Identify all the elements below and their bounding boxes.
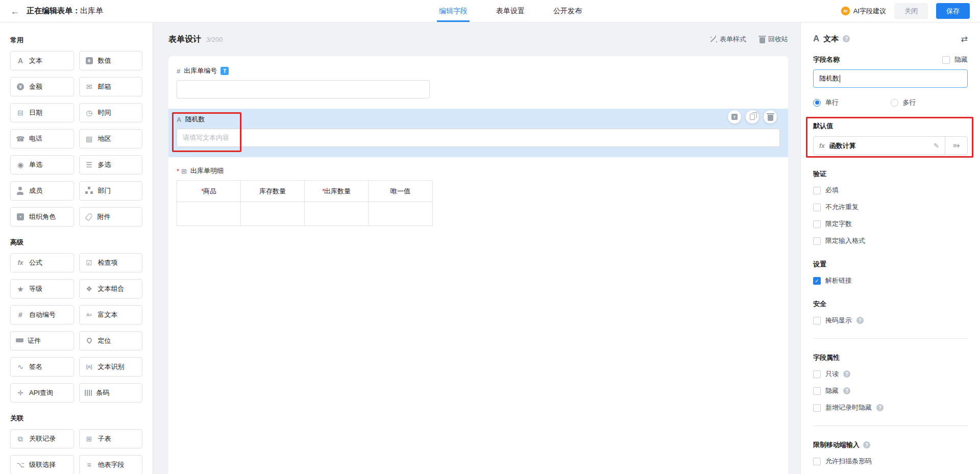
recycle-bin-button[interactable]: 回收站	[760, 35, 788, 44]
palette-field-button[interactable]: 部门	[79, 181, 143, 201]
form-field-subform[interactable]: * ⊞ 出库单明细 * 商品 * 库存数量 * 出库数量 * 唯一值	[177, 161, 780, 233]
field-type-icon	[85, 337, 92, 344]
radio-icon[interactable]	[813, 99, 821, 107]
palette-field-button[interactable]: ⊟ 日期	[10, 103, 74, 122]
palette-section-title: 常用	[10, 36, 142, 45]
topbar-tab[interactable]: 公开发布	[553, 0, 582, 22]
swap-field-type-icon[interactable]: ⇄	[961, 34, 968, 44]
number-field-input[interactable]	[177, 80, 430, 98]
option-checkbox-row[interactable]: 隐藏 ?	[813, 386, 968, 395]
palette-field-button[interactable]: ◷ 时间	[79, 103, 143, 122]
save-button[interactable]: 保存	[936, 3, 970, 19]
delete-field-button[interactable]	[764, 110, 777, 123]
checkbox[interactable]	[813, 387, 821, 395]
palette-field-button[interactable]: 附件	[79, 207, 143, 227]
form-field-text-selected[interactable]: T A 随机数 请填写文本内容	[168, 109, 788, 157]
palette-field-button[interactable]: ✛ API查询	[10, 383, 74, 403]
checkbox[interactable]	[813, 277, 821, 285]
palette-field-button[interactable]: ◉ 单选	[10, 155, 74, 174]
formula-value: 函数计算	[829, 141, 856, 151]
checkbox[interactable]	[813, 404, 821, 412]
field-name-input[interactable]: 随机数	[813, 69, 968, 88]
subform-empty-cell[interactable]	[241, 202, 305, 226]
palette-field-button[interactable]: ⊞ 子表	[79, 429, 143, 448]
checkbox[interactable]	[813, 370, 821, 378]
line-mode-option[interactable]: 单行	[813, 98, 891, 107]
palette-field-button[interactable]: • 组织角色	[10, 207, 74, 227]
palette-field-button[interactable]: A 文本	[10, 51, 74, 70]
field-type-icon: #	[16, 311, 25, 319]
option-checkbox-row[interactable]: 限定输入格式 ?	[813, 236, 968, 245]
close-button[interactable]: 关闭	[894, 3, 928, 19]
palette-field-button[interactable]: ☰ 多选	[79, 155, 143, 174]
checkbox[interactable]	[942, 56, 950, 64]
help-icon: ?	[843, 387, 850, 394]
help-icon[interactable]: ?	[863, 441, 870, 448]
formula-edit-button[interactable]: fx 函数计算 ✎	[814, 137, 945, 155]
palette-field-button[interactable]: ¥ 金额	[10, 77, 74, 96]
option-checkbox-row[interactable]: 新增记录时隐藏 ?	[813, 403, 968, 412]
palette-field-button[interactable]: 条码	[79, 383, 143, 403]
subform-column-header[interactable]: * 唯一值	[369, 181, 432, 202]
field-type-icon: ☑	[85, 259, 94, 267]
option-checkbox-row[interactable]: 不允许重复 ?	[813, 203, 968, 212]
palette-field-button[interactable]: [A] 文本识别	[79, 357, 143, 377]
subform-empty-cell[interactable]	[305, 202, 369, 226]
palette-field-button[interactable]: 定位	[79, 331, 143, 351]
palette-field-button[interactable]: ≡ 他表字段	[79, 455, 143, 474]
palette-field-button[interactable]: ∿ 签名	[10, 357, 74, 377]
default-value-list-button[interactable]: ≡+	[945, 137, 967, 155]
help-icon[interactable]: ?	[843, 35, 850, 42]
copy-field-button[interactable]	[746, 110, 759, 123]
palette-field-button[interactable]: fx 公式	[10, 253, 74, 272]
option-checkbox-row[interactable]: 限定字数 ?	[813, 219, 968, 229]
palette-field-label: 文本	[29, 56, 42, 65]
topbar-tab[interactable]: 表单设置	[496, 0, 525, 22]
text-field-input[interactable]: 请填写文本内容	[177, 129, 780, 147]
option-checkbox-row[interactable]: 掩码显示 ?	[813, 316, 968, 325]
palette-field-button[interactable]: ☎ 电话	[10, 129, 74, 148]
option-checkbox-row[interactable]: 解析链接 ?	[813, 276, 968, 285]
checkbox[interactable]	[813, 458, 821, 465]
page-title: 正在编辑表单：出库单	[27, 6, 103, 16]
palette-field-button[interactable]: A≡ 富文本	[79, 305, 143, 325]
topbar-tab[interactable]: 编辑字段	[439, 0, 468, 22]
ai-field-suggest-button[interactable]: AI AI字段建议	[841, 7, 886, 16]
option-checkbox-row[interactable]: 只读 ?	[813, 369, 968, 379]
palette-field-button[interactable]: ⧉ 关联记录	[10, 429, 74, 448]
checkbox-label: 允许扫描条形码	[825, 457, 872, 466]
hide-checkbox-row[interactable]: 隐藏	[942, 55, 968, 64]
palette-field-button[interactable]: ❖ 文本组合	[79, 279, 143, 298]
option-checkbox-row[interactable]: 允许扫描条形码 ?	[813, 457, 968, 466]
palette-field-button[interactable]: 成员	[10, 181, 74, 201]
title-toggle-button[interactable]: T	[728, 110, 741, 123]
palette-field-button[interactable]: 6 数值	[79, 51, 143, 70]
line-mode-option[interactable]: 多行	[891, 98, 968, 107]
checkbox[interactable]	[813, 204, 821, 211]
form-field-number[interactable]: # 出库单编号 T	[177, 61, 780, 106]
form-style-button[interactable]: 表单样式	[709, 35, 746, 44]
subform-empty-cell[interactable]	[369, 202, 432, 226]
subform-column-header[interactable]: * 出库数量	[305, 181, 369, 202]
checkbox[interactable]	[813, 220, 821, 228]
palette-field-button[interactable]: ★ 等级	[10, 279, 74, 298]
subform-column-header[interactable]: * 商品	[177, 181, 241, 202]
checkbox[interactable]	[813, 237, 821, 245]
palette-field-button[interactable]: ⌥ 级联选择	[10, 455, 74, 474]
checkbox[interactable]	[813, 317, 821, 325]
palette-field-button[interactable]: ☑ 检查项	[79, 253, 143, 272]
subform-empty-cell[interactable]	[177, 202, 241, 226]
field-type-icon: ✛	[16, 389, 25, 397]
palette-field-button[interactable]: ✉ 邮箱	[79, 77, 143, 96]
checkbox[interactable]	[813, 187, 821, 194]
radio-icon[interactable]	[891, 99, 898, 107]
palette-field-button[interactable]: 证件	[10, 331, 74, 351]
palette-field-label: 时间	[98, 108, 111, 117]
back-arrow-icon[interactable]: ←	[10, 7, 19, 16]
palette-field-button[interactable]: ▤ 地区	[79, 129, 143, 148]
option-checkbox-row[interactable]: 必填 ?	[813, 186, 968, 195]
palette-field-button[interactable]: # 自动编号	[10, 305, 74, 325]
field-type-icon: 6	[86, 57, 93, 64]
subform-column-header[interactable]: * 库存数量	[241, 181, 305, 202]
field-type-icon: ❖	[85, 285, 94, 293]
